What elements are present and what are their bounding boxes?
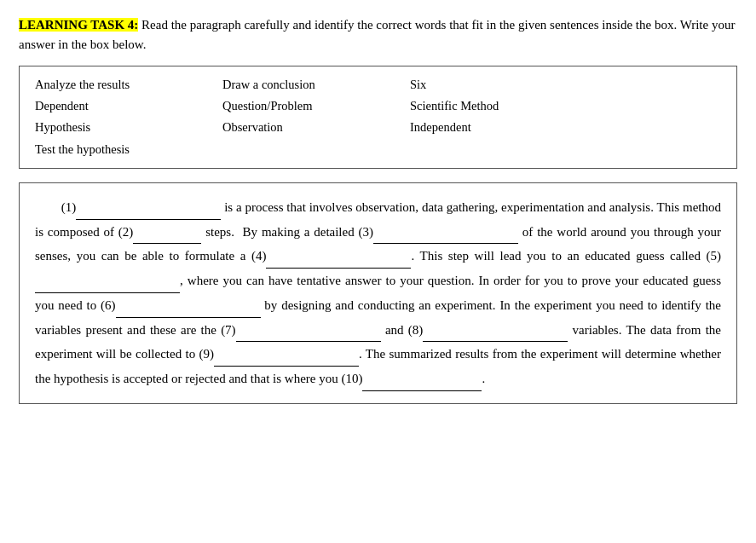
- word-col2-row1: Draw a conclusion: [222, 75, 410, 95]
- word-col1-row1: Analyze the results: [35, 75, 222, 95]
- word-col2-row2: Question/Problem: [222, 96, 410, 116]
- blank-6[interactable]: [116, 293, 261, 318]
- word-col3-row1: Six: [410, 75, 580, 95]
- blank-10[interactable]: [362, 367, 482, 391]
- word-box: Analyze the results Draw a conclusion Si…: [19, 66, 737, 169]
- word-col1-row4: Test the hypothesis: [35, 140, 222, 159]
- word-col3-row2: Scientific Method: [410, 96, 580, 116]
- word-col1-row2: Dependent: [35, 96, 222, 116]
- blank-7[interactable]: [236, 318, 381, 343]
- word-col3-row3: Independent: [410, 118, 580, 137]
- blank-2[interactable]: [133, 220, 201, 245]
- word-col3-row4: [410, 140, 580, 159]
- word-col1-row3: Hypothesis: [35, 118, 222, 137]
- paragraph-text: (1) is a process that involves observati…: [35, 195, 721, 391]
- blank-8[interactable]: [423, 318, 568, 343]
- task-header: LEARNING TASK 4: Read the paragraph care…: [19, 15, 737, 54]
- blank-5[interactable]: [35, 269, 180, 293]
- blank-1[interactable]: [76, 195, 221, 220]
- sentence-box: (1) is a process that involves observati…: [19, 182, 737, 404]
- word-col2-row3: Observation: [222, 118, 410, 137]
- blank-4[interactable]: [266, 244, 411, 269]
- blank-9[interactable]: [214, 342, 359, 367]
- task-label: LEARNING TASK 4:: [19, 18, 138, 32]
- blank-3[interactable]: [373, 220, 518, 245]
- word-col2-row4: [222, 140, 410, 159]
